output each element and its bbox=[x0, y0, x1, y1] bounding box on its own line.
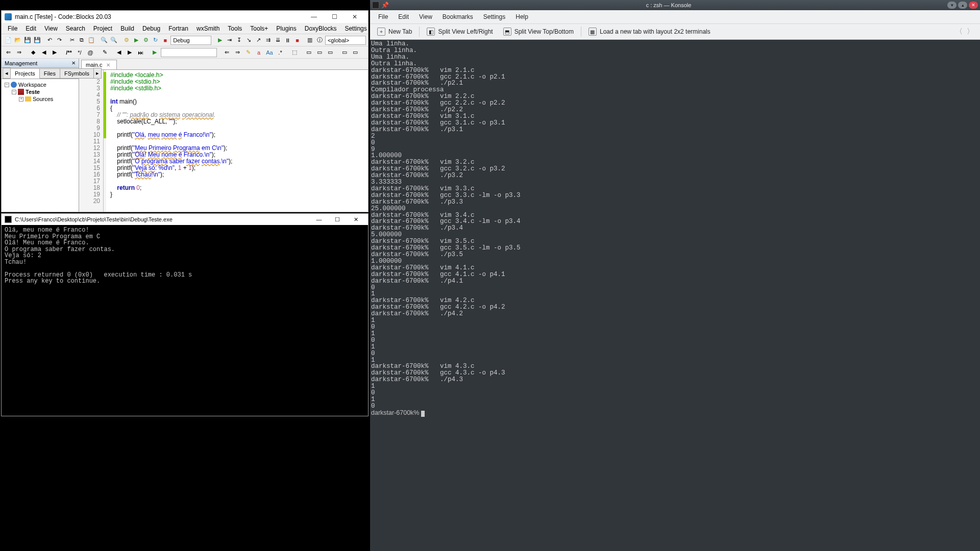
konsole-close-button[interactable]: ✕ bbox=[969, 2, 978, 9]
konsole-menu-help[interactable]: Help bbox=[510, 11, 533, 22]
bookmark-prev-icon[interactable]: ◀ bbox=[39, 48, 48, 57]
menu-project[interactable]: Project bbox=[89, 23, 116, 34]
save-all-icon[interactable]: 💾 bbox=[33, 36, 41, 45]
undo-icon[interactable]: ↶ bbox=[45, 36, 54, 45]
tree-project[interactable]: Teste bbox=[26, 89, 40, 95]
panel1-icon[interactable]: ▭ bbox=[304, 48, 313, 57]
maximize-button[interactable]: ☐ bbox=[324, 11, 345, 22]
debug-continue-icon[interactable]: ▶ bbox=[215, 36, 224, 45]
console-close-button[interactable]: ✕ bbox=[347, 214, 365, 224]
panel5-icon[interactable]: ▭ bbox=[351, 48, 360, 57]
fwd-icon[interactable]: ⇒ bbox=[14, 48, 23, 57]
save-icon[interactable]: 💾 bbox=[23, 36, 32, 45]
load-layout-button[interactable]: ▦Load a new tab with layout 2x2 terminal… bbox=[583, 26, 716, 38]
mgmt-tab-projects[interactable]: Projects bbox=[10, 68, 40, 79]
konsole-menu-file[interactable]: File bbox=[373, 11, 393, 22]
menu-tools+[interactable]: Tools+ bbox=[246, 23, 272, 34]
find-icon[interactable]: 🔍 bbox=[100, 36, 108, 45]
menu-edit[interactable]: Edit bbox=[21, 23, 40, 34]
doxy2-icon[interactable]: */ bbox=[75, 48, 84, 57]
build-run-icon[interactable]: ⚙ bbox=[141, 36, 150, 45]
scope-select[interactable]: <global> bbox=[325, 36, 366, 45]
run-tool-icon[interactable]: ▶ bbox=[150, 48, 159, 57]
panel4-icon[interactable]: ▭ bbox=[340, 48, 349, 57]
close-tab-icon[interactable]: ✕ bbox=[106, 62, 110, 68]
menu-search[interactable]: Search bbox=[62, 23, 89, 34]
back-icon[interactable]: ⇐ bbox=[4, 48, 13, 57]
tab-next-icon[interactable]: 〉 bbox=[967, 27, 974, 36]
konsole-maximize-button[interactable]: ▴ bbox=[958, 2, 967, 9]
mgmt-tab-fsymbols[interactable]: FSymbols bbox=[60, 68, 94, 79]
abort-icon[interactable]: ■ bbox=[161, 36, 169, 45]
console-titlebar[interactable]: C:\Users\Franco\Desktop\cb\Projeto\Teste… bbox=[2, 214, 368, 225]
minimize-button[interactable]: — bbox=[304, 11, 324, 22]
hl-next-icon[interactable]: ⇒ bbox=[233, 48, 242, 57]
konsole-menu-view[interactable]: View bbox=[414, 11, 437, 22]
cb-titlebar[interactable]: main.c [Teste] - Code::Blocks 20.03 — ☐ … bbox=[2, 11, 368, 23]
paste-icon[interactable]: 📋 bbox=[87, 36, 96, 45]
menu-debug[interactable]: Debug bbox=[138, 23, 164, 34]
panel2-icon[interactable]: ▭ bbox=[315, 48, 324, 57]
panel-close-icon[interactable]: ✕ bbox=[71, 60, 76, 66]
konsole-terminal[interactable]: Uma linha. Outra linha. Uma linha. Outra… bbox=[370, 40, 980, 551]
menu-tools[interactable]: Tools bbox=[224, 23, 246, 34]
stop-debug-icon[interactable]: ■ bbox=[293, 36, 302, 45]
next-instr-icon[interactable]: ⇉ bbox=[264, 36, 273, 45]
tree-folder-sources[interactable]: Sources bbox=[33, 96, 53, 102]
split-tb-button[interactable]: ⬒Split View Top/Bottom bbox=[498, 26, 579, 38]
redo-icon[interactable]: ↷ bbox=[55, 36, 64, 45]
mgmt-tab-files[interactable]: Files bbox=[39, 68, 60, 79]
build-target-select[interactable]: Debug bbox=[170, 36, 211, 45]
nav-next-icon[interactable]: ▶ bbox=[125, 48, 134, 57]
tree-expand-icon[interactable]: + bbox=[19, 97, 23, 102]
new-file-icon[interactable]: 📄 bbox=[4, 36, 12, 45]
new-tab-button[interactable]: ＋New Tab bbox=[372, 26, 417, 38]
project-tree[interactable]: −Workspace −Teste +Sources bbox=[2, 79, 79, 212]
bookmark-next-icon[interactable]: ▶ bbox=[50, 48, 59, 57]
console-output[interactable]: Olá, meu nome é Franco! Meu Primeiro Pro… bbox=[2, 225, 368, 287]
text-aa-icon[interactable]: Aa bbox=[265, 48, 274, 57]
next-line-icon[interactable]: ↧ bbox=[235, 36, 243, 45]
mgmt-tab-right-arrow[interactable]: ▸ bbox=[93, 68, 102, 79]
menu-file[interactable]: File bbox=[4, 23, 21, 34]
code-editor[interactable]: 1234567891011121314151617181920 #include… bbox=[79, 70, 368, 212]
menu-build[interactable]: Build bbox=[116, 23, 138, 34]
debug-windows-icon[interactable]: ▥ bbox=[306, 36, 314, 45]
text-a-icon[interactable]: a bbox=[254, 48, 263, 57]
nav-prev-icon[interactable]: ◀ bbox=[114, 48, 124, 57]
break-icon[interactable]: ⏸ bbox=[283, 36, 292, 45]
konsole-menu-edit[interactable]: Edit bbox=[393, 11, 414, 22]
tree-workspace[interactable]: Workspace bbox=[18, 82, 46, 88]
step-into-instr-icon[interactable]: ⇊ bbox=[274, 36, 282, 45]
tab-prev-icon[interactable]: 〈 bbox=[955, 27, 963, 36]
search-combo[interactable] bbox=[161, 48, 217, 57]
menu-doxyblocks[interactable]: DoxyBlocks bbox=[301, 23, 341, 34]
nav-last-icon[interactable]: ⏭ bbox=[136, 48, 145, 57]
menu-view[interactable]: View bbox=[40, 23, 62, 34]
copy-icon[interactable]: ⧉ bbox=[78, 36, 86, 45]
tree-collapse-icon[interactable]: − bbox=[12, 90, 16, 94]
build-icon[interactable]: ⚙ bbox=[122, 36, 131, 45]
konsole-titlebar[interactable]: 📌 c : zsh — Konsole ▾ ▴ ✕ bbox=[370, 0, 980, 10]
run-icon[interactable]: ▶ bbox=[132, 36, 140, 45]
menu-settings[interactable]: Settings bbox=[340, 23, 371, 34]
rebuild-icon[interactable]: ↻ bbox=[151, 36, 160, 45]
step-into-icon[interactable]: ↘ bbox=[244, 36, 253, 45]
select-icon[interactable]: ⬚ bbox=[290, 48, 299, 57]
tree-collapse-icon[interactable]: − bbox=[5, 83, 9, 87]
konsole-menu-bookmarks[interactable]: Bookmarks bbox=[437, 11, 478, 22]
menu-fortran[interactable]: Fortran bbox=[164, 23, 192, 34]
bookmark-toggle-icon[interactable]: ◆ bbox=[29, 48, 38, 57]
pin-icon[interactable]: 📌 bbox=[381, 2, 388, 9]
cut-icon[interactable]: ✂ bbox=[68, 36, 77, 45]
hl-prev-icon[interactable]: ⇐ bbox=[222, 48, 231, 57]
info-icon[interactable]: ⓘ bbox=[315, 36, 324, 45]
tool-icon[interactable]: ✎ bbox=[100, 48, 109, 57]
panel3-icon[interactable]: ▭ bbox=[326, 48, 335, 57]
doxy-icon[interactable]: /** bbox=[64, 48, 74, 57]
menu-wxsmith[interactable]: wxSmith bbox=[192, 23, 224, 34]
konsole-minimize-button[interactable]: ▾ bbox=[947, 2, 957, 9]
console-maximize-button[interactable]: ☐ bbox=[328, 214, 347, 224]
doxy3-icon[interactable]: @ bbox=[86, 48, 95, 57]
split-lr-button[interactable]: ◧Split View Left/Right bbox=[422, 26, 498, 38]
